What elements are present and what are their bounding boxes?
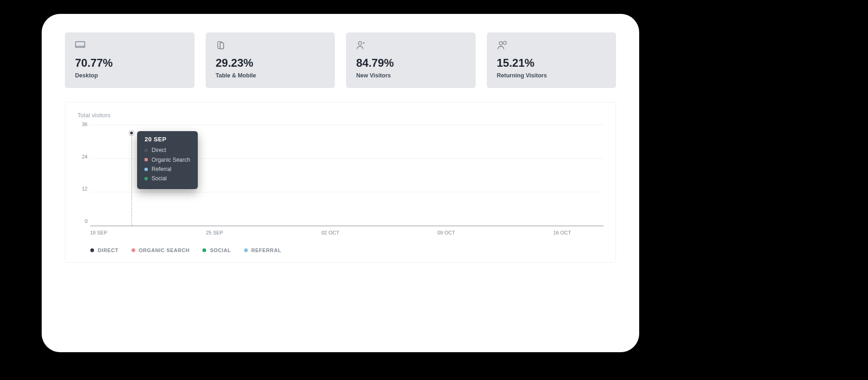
kpi-label: Returning Visitors — [497, 72, 606, 79]
y-tick: 0 — [85, 218, 88, 223]
returning-visitor-icon — [497, 41, 606, 50]
tooltip-row-direct: Direct — [145, 146, 190, 155]
x-tick: 02 OCT — [321, 230, 340, 235]
x-tick: 16 OCT — [553, 230, 571, 235]
tooltip-dot-icon — [145, 158, 148, 161]
y-tick: 24 — [82, 154, 88, 159]
legend-dot-icon — [244, 248, 248, 252]
chart-legend: DIRECT ORGANIC SEARCH SOCIAL REFERRAL — [90, 247, 604, 253]
tooltip-row-organic: Organic Search — [145, 155, 190, 165]
legend-label: SOCIAL — [210, 247, 231, 253]
kpi-label: Table & Mobile — [216, 72, 325, 79]
tooltip-guideline — [132, 133, 132, 226]
kpi-value: 84.79% — [356, 57, 465, 70]
tooltip-dot-icon — [145, 168, 148, 171]
y-tick: 12 — [82, 186, 88, 191]
tooltip-title: 20 SEP — [145, 136, 190, 143]
kpi-card-returning-visitors[interactable]: 15.21% Returning Visitors — [487, 32, 616, 88]
desktop-icon — [75, 41, 184, 50]
kpi-label: New Visitors — [356, 72, 465, 79]
chart-area: 3624120 20 SEPDirectOrganic SearchReferr… — [77, 124, 604, 226]
legend-dot-icon — [202, 248, 206, 252]
kpi-value: 70.77% — [75, 57, 184, 70]
kpi-value: 15.21% — [497, 57, 606, 70]
legend-item-direct[interactable]: DIRECT — [90, 247, 119, 253]
chart-card: Total visitors 3624120 20 SEPDirectOrgan… — [65, 102, 616, 263]
chart-tooltip: 20 SEPDirectOrganic SearchReferralSocial — [137, 131, 197, 189]
tooltip-marker-icon — [129, 131, 134, 135]
tooltip-dot-icon — [145, 177, 148, 180]
kpi-card-desktop[interactable]: 70.77% Desktop — [65, 32, 195, 88]
tooltip-row-label: Social — [151, 174, 167, 183]
tooltip-dot-icon — [145, 149, 148, 152]
legend-item-organic[interactable]: ORGANIC SEARCH — [132, 247, 190, 253]
x-tick: 25 SEP — [206, 230, 223, 235]
dashboard-panel: 70.77% Desktop 29.23% Table & Mobile — [42, 14, 639, 352]
legend-label: REFERRAL — [252, 247, 282, 253]
x-axis: 18 SEP25 SEP02 OCT09 OCT16 OCT — [90, 230, 604, 237]
legend-label: ORGANIC SEARCH — [139, 247, 190, 253]
legend-dot-icon — [90, 248, 94, 252]
chart-plot[interactable]: 20 SEPDirectOrganic SearchReferralSocial — [90, 124, 604, 226]
svg-point-4 — [359, 42, 362, 45]
svg-rect-2 — [220, 43, 224, 49]
legend-item-social[interactable]: SOCIAL — [202, 247, 231, 253]
mobile-icon — [216, 41, 325, 50]
tooltip-row-social: Social — [145, 174, 190, 183]
tooltip-row-label: Direct — [151, 146, 166, 155]
kpi-label: Desktop — [75, 72, 184, 79]
tooltip-row-label: Referral — [151, 165, 171, 174]
svg-point-5 — [499, 42, 502, 45]
x-tick: 09 OCT — [437, 230, 455, 235]
chart-title: Total visitors — [77, 112, 604, 119]
y-tick: 36 — [82, 122, 88, 127]
y-axis: 3624120 — [77, 124, 90, 226]
new-visitor-icon — [356, 41, 465, 50]
tooltip-row-label: Organic Search — [151, 155, 190, 165]
svg-rect-0 — [75, 42, 85, 48]
kpi-value: 29.23% — [216, 57, 325, 70]
kpi-row: 70.77% Desktop 29.23% Table & Mobile — [65, 32, 616, 88]
legend-dot-icon — [132, 248, 135, 252]
legend-item-referral[interactable]: REFERRAL — [244, 247, 282, 253]
kpi-card-new-visitors[interactable]: 84.79% New Visitors — [346, 32, 476, 88]
x-tick: 18 SEP — [90, 230, 107, 235]
kpi-card-mobile[interactable]: 29.23% Table & Mobile — [206, 32, 335, 88]
tooltip-row-referral: Referral — [145, 165, 190, 174]
legend-label: DIRECT — [98, 247, 119, 253]
